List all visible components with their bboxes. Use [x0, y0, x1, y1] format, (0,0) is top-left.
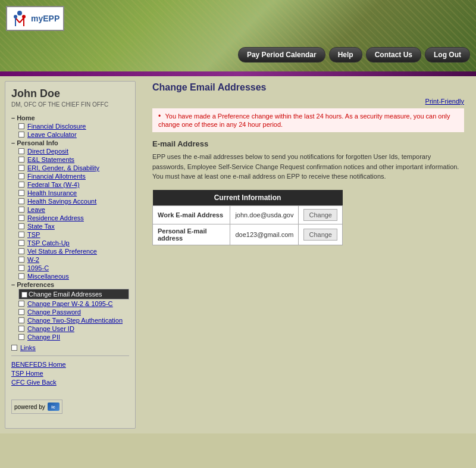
- sidebar-item-change-paper-w-2---1095-c[interactable]: Change Paper W-2 & 1095-C: [18, 299, 129, 308]
- page-title: Change Email Addresses: [152, 82, 464, 93]
- logo-text: myEPP: [31, 14, 60, 23]
- sidebar-separator: [11, 355, 129, 356]
- checkbox-icon: [18, 265, 24, 271]
- cfc-give-back-link[interactable]: CFC Give Back: [11, 379, 129, 386]
- sidebar-item-preferences[interactable]: – Preferences: [11, 280, 129, 289]
- checkbox-icon: [18, 190, 24, 196]
- checkbox-icon: [18, 148, 24, 154]
- sidebar-item-health-insurance[interactable]: Health Insurance: [18, 189, 129, 197]
- checkbox-icon: [18, 215, 24, 221]
- checkbox-icon: [18, 173, 24, 179]
- email-table: Current Information Work E-mail Address …: [152, 190, 343, 245]
- sidebar-item-vel-status---preference[interactable]: Vel Status & Preference: [18, 247, 129, 255]
- work-email-change-button[interactable]: Change: [303, 209, 337, 221]
- benefeds-home-link[interactable]: BENEFEDS Home: [11, 361, 129, 368]
- sidebar-item-change-two-step-authentication[interactable]: Change Two-Step Authentication: [18, 316, 129, 325]
- svg-point-0: [17, 11, 22, 15]
- minus-icon: –: [11, 114, 15, 121]
- sidebar-item-leave-calculator[interactable]: Leave Calculator: [18, 130, 129, 139]
- sidebar-item-change-user-id[interactable]: Change User ID: [18, 325, 129, 333]
- log-out-button[interactable]: Log Out: [425, 47, 470, 63]
- content-area: Change Email Addresses Print-Friendly • …: [140, 76, 476, 433]
- sidebar-item-financial-disclosure[interactable]: Financial Disclosure: [18, 122, 129, 130]
- user-dept: DM, OFC OF THE CHIEF FIN OFFC: [11, 101, 129, 108]
- checkbox-icon: [18, 157, 24, 163]
- contact-us-button[interactable]: Contact Us: [366, 47, 421, 63]
- sidebar-item-home[interactable]: – Home: [11, 114, 129, 122]
- work-email-change-cell: Change: [299, 205, 343, 224]
- main-layout: John Doe DM, OFC OF THE CHIEF FIN OFFC –…: [0, 76, 476, 433]
- minus-icon: –: [11, 139, 15, 146]
- alert-text: You have made a Preference change within…: [158, 113, 450, 128]
- checkbox-icon: [18, 317, 24, 323]
- sidebar-item-e-l-statements[interactable]: E&L Statements: [18, 155, 129, 164]
- powered-by: powered by ic: [11, 400, 62, 414]
- checkbox-icon: [18, 198, 24, 204]
- sidebar-item-eri--gender----disability[interactable]: ERI, Gender, & Disability: [18, 164, 129, 172]
- sidebar: John Doe DM, OFC OF THE CHIEF FIN OFFC –…: [5, 81, 136, 429]
- sidebar-item-links[interactable]: Links: [11, 344, 129, 352]
- purple-bar: [0, 71, 476, 76]
- sidebar-item-change-password[interactable]: Change Password: [18, 308, 129, 316]
- table-row: Work E-mail Address john.doe@usda.gov Ch…: [153, 205, 343, 224]
- print-friendly-link[interactable]: Print-Friendly: [152, 98, 464, 105]
- checkbox-icon: [18, 301, 24, 307]
- alert-box: • You have made a Preference change with…: [152, 108, 464, 132]
- sidebar-item-change-pii[interactable]: Change PII: [18, 333, 129, 341]
- table-header-row: Current Information: [153, 190, 343, 206]
- svg-point-4: [22, 15, 26, 18]
- sidebar-item-leave[interactable]: Leave: [18, 205, 129, 214]
- checkbox-icon: [18, 309, 24, 315]
- minus-icon: –: [11, 281, 15, 288]
- user-name: John Doe: [11, 88, 129, 100]
- nav-buttons: Pay Period Calendar Help Contact Us Log …: [238, 47, 470, 63]
- table-row: Personal E-mail address doe123@gmail.com…: [153, 224, 343, 245]
- personal-email-value: doe123@gmail.com: [230, 224, 299, 245]
- personal-email-change-cell: Change: [299, 224, 343, 245]
- sidebar-item-financial-allotments[interactable]: Financial Allotments: [18, 172, 129, 180]
- checkbox-icon: [18, 207, 24, 213]
- powered-by-text: powered by: [14, 404, 45, 410]
- tsp-home-link[interactable]: TSP Home: [11, 370, 129, 377]
- personal-email-change-button[interactable]: Change: [303, 229, 337, 241]
- work-email-label: Work E-mail Address: [153, 205, 230, 224]
- nav-financial-disclosure-group: Financial Disclosure Leave Calculator: [18, 122, 129, 139]
- personal-email-label: Personal E-mail address: [153, 224, 230, 245]
- table-header: Current Information: [153, 190, 343, 206]
- svg-line-2: [20, 18, 24, 23]
- pay-period-calendar-button[interactable]: Pay Period Calendar: [238, 47, 325, 63]
- sidebar-item-residence-address[interactable]: Residence Address: [18, 214, 129, 222]
- sidebar-item-state-tax[interactable]: State Tax: [18, 222, 129, 230]
- checkbox-icon: [18, 240, 24, 246]
- checkbox-icon: [18, 326, 24, 332]
- sidebar-item-tsp[interactable]: TSP: [18, 230, 129, 239]
- sidebar-item-tsp-catch-up[interactable]: TSP Catch-Up: [18, 239, 129, 247]
- help-button[interactable]: Help: [329, 47, 362, 63]
- sidebar-item-federal-tax--w-4-[interactable]: Federal Tax (W-4): [18, 180, 129, 189]
- checkbox-icon: [18, 123, 24, 129]
- sidebar-item-1095-c[interactable]: 1095-C: [18, 264, 129, 272]
- logo-figures: [11, 10, 29, 27]
- svg-line-1: [15, 18, 20, 23]
- ic-logo: ic: [48, 403, 60, 411]
- sidebar-item-health-savings-account[interactable]: Health Savings Account: [18, 197, 129, 205]
- checkbox-icon: [18, 165, 24, 171]
- external-links: BENEFEDS Home TSP Home CFC Give Back: [11, 361, 129, 386]
- sidebar-item-w-2[interactable]: W-2: [18, 255, 129, 264]
- checkbox-icon: [21, 292, 27, 298]
- sidebar-item-direct-deposit[interactable]: Direct Deposit: [18, 147, 129, 155]
- checkbox-icon: [18, 248, 24, 254]
- checkbox-icon: [18, 223, 24, 229]
- sidebar-item-change-email-addresses[interactable]: Change Email Addresses: [18, 289, 129, 299]
- personal-sub-items: Direct DepositE&L StatementsERI, Gender,…: [11, 147, 129, 280]
- checkbox-icon: [18, 182, 24, 188]
- section-title: E-mail Address: [152, 139, 464, 148]
- pref-sub-items: Change Email AddressesChange Paper W-2 &…: [11, 289, 129, 341]
- checkbox-icon: [18, 334, 24, 340]
- sidebar-item-miscellaneous[interactable]: Miscellaneous: [18, 272, 129, 280]
- bullet-icon: •: [158, 112, 161, 120]
- sidebar-item-personal-info[interactable]: – Personal Info: [11, 139, 129, 147]
- checkbox-icon: [18, 257, 24, 263]
- checkbox-icon: [11, 345, 17, 351]
- description-text: EPP uses the e-mail addresses below to s…: [152, 152, 464, 182]
